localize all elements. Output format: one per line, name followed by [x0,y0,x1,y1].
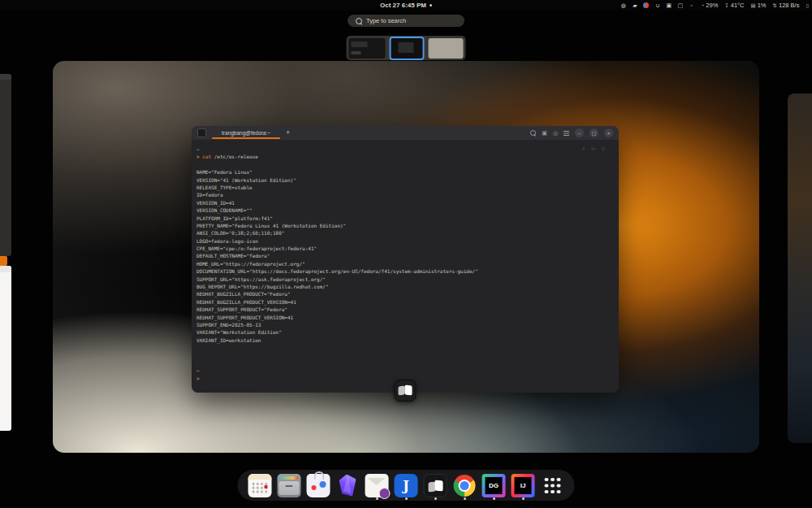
extension-tray-icon[interactable]: ▫ [689,2,694,8]
running-indicator [493,497,495,500]
terminal-line: > cat /etc/os-release [197,153,619,160]
clock[interactable]: Oct 27 6:45 PM [380,0,432,11]
dock: J DG IJ [238,470,575,501]
scroll-up-icon[interactable]: ↗ [581,145,585,151]
terminal-line: VERSION_CODENAME="" [197,206,619,214]
terminal-content: ~> cat /etc/os-release NAME="Fedora Linu… [192,140,619,393]
terminal-lines: ~> cat /etc/os-release NAME="Fedora Linu… [197,145,619,382]
chrome-icon [453,474,477,497]
terminal-header-actions: ▣ ◎ − ▢ × [530,128,613,137]
running-indicator [464,497,466,500]
datagrip-icon: DG [482,474,506,497]
terminal-overlay-icons: ↗ ▭ ▽ [581,145,605,151]
intellij-idea-icon: IJ [512,474,535,497]
terminal-line: VERSION_ID=41 [197,199,619,206]
dock-item-software[interactable] [306,471,331,500]
vital-memory: ▤1% [751,2,767,9]
network-value: 128 B/s [779,2,799,9]
dock-item-calendar[interactable] [248,471,273,500]
terminal-line: ~ [197,367,619,374]
minimize-button[interactable]: − [575,128,584,137]
adjacent-workspace-dark-window[interactable] [0,74,11,256]
terminal-line: REDHAT_BUGZILLA_PRODUCT="Fedora" [197,290,619,297]
terminal-tab-title: trangbang@fedora:~ [222,130,270,136]
terminal-tab[interactable]: trangbang@fedora:~ [212,126,280,140]
files-icon [278,474,301,497]
tab-overview-icon[interactable]: ▣ [542,130,547,136]
app-grid-icon [541,474,564,497]
search-placeholder: Type to search [366,17,406,24]
dock-item-ptyxis[interactable] [423,471,448,500]
terminal-line: VARIANT_ID=workstation [197,336,619,344]
cpu-value: 29% [706,2,718,9]
terminal-line: DEFAULT_HOSTNAME="fedora" [197,252,619,259]
workspace-thumb-1[interactable] [349,38,386,59]
running-indicator [434,497,437,500]
network-icon: ⇅ [773,2,777,9]
terminal-line: NAME="Fedora Linux" [197,168,619,176]
indicator-tray-icon[interactable]: ▰ [632,2,637,9]
system-vitals[interactable]: ◔29%↧41°C▤1%⇅128 B/s▯ [701,2,809,9]
terminal-search-icon[interactable] [530,130,536,136]
running-indicator [376,497,378,500]
obsidian-icon [336,474,360,497]
terminal-app-icon[interactable] [197,128,206,137]
terminal-line: BUG_REPORT_URL="https://bugzilla.redhat.… [197,283,619,290]
terminal-line [197,344,619,351]
terminal-line: ~ [197,145,619,153]
terminal-line [197,352,619,359]
workspace-thumb-2-selected[interactable] [389,37,424,60]
active-tab-underline [212,137,280,139]
scroll-down-icon[interactable]: ▽ [601,145,605,151]
terminal-window[interactable]: trangbang@fedora:~ + ▣ ◎ − ▢ × ~> cat /e… [192,126,619,393]
dock-item-app-grid[interactable] [540,471,565,500]
menu-icon[interactable] [564,131,569,132]
temperature-icon: ↧ [724,2,728,9]
datagrip-tray-icon[interactable]: ▣ [666,2,672,9]
system-tray-apps: ◍▰●∪▣▢▫ [620,2,694,9]
dock-item-mail[interactable] [365,471,390,500]
software-icon [307,474,330,497]
idea-tray-icon[interactable]: ▢ [677,2,683,9]
mini-terminal-thumb [398,42,413,53]
maximize-button[interactable]: ▢ [590,128,598,137]
battery-icon: ▯ [806,2,809,9]
terminal-line: SUPPORT_URL="https://ask.fedoraproject.o… [197,276,619,283]
temperature-value: 41°C [731,2,745,9]
dock-item-chrome[interactable] [452,471,477,500]
dock-item-joplin[interactable]: J [394,471,419,500]
dock-item-intellij-idea[interactable]: IJ [511,471,536,500]
search-icon [356,18,362,24]
close-button[interactable]: × [604,128,613,137]
new-tab-button[interactable]: + [286,126,290,140]
cpu-icon: ◔ [701,2,704,8]
terminal-line: REDHAT_SUPPORT_PRODUCT="Fedora" [197,306,619,313]
vital-cpu: ◔29% [701,2,718,9]
mail-icon [365,474,389,497]
vital-battery: ▯ [806,2,809,9]
toolbox-tray-icon[interactable]: ∪ [654,2,660,9]
terminal-line: REDHAT_SUPPORT_PRODUCT_VERSION=41 [197,314,619,321]
preferences-icon[interactable]: ◎ [553,130,558,136]
workspace-thumb-3[interactable] [429,38,464,59]
adjacent-workspace-right[interactable] [788,93,812,443]
terminal-line: ANSI_COLOR="0;38;2;60;110;180" [197,229,619,237]
workspace-switcher [347,36,466,60]
adjacent-workspace-white-window[interactable] [0,266,11,431]
terminal-line: CPE_NAME="cpe:/o:fedoraproject:fedora:41… [197,245,619,252]
dock-item-datagrip[interactable]: DG [482,471,507,500]
ptyxis-window-badge-icon[interactable] [395,380,417,402]
colored-app-icon[interactable]: ● [643,2,649,8]
dock-item-obsidian[interactable] [335,471,361,500]
scrollbar-icon[interactable]: ▭ [591,145,596,151]
steam-tray-icon[interactable]: ◍ [620,2,626,9]
adjacent-workspace-orange-window[interactable] [0,256,7,266]
running-indicator [522,497,525,500]
terminal-line: HOME_URL="https://fedoraproject.org/" [197,260,619,267]
vital-network: ⇅128 B/s [773,2,800,9]
terminal-line: REDHAT_BUGZILLA_PRODUCT_VERSION=41 [197,298,619,306]
joplin-icon: J [395,474,418,497]
top-bar: Oct 27 6:45 PM ◍▰●∪▣▢▫ ◔29%↧41°C▤1%⇅128 … [0,0,812,11]
dock-item-files[interactable] [277,471,302,500]
search-bar[interactable]: Type to search [348,15,464,27]
